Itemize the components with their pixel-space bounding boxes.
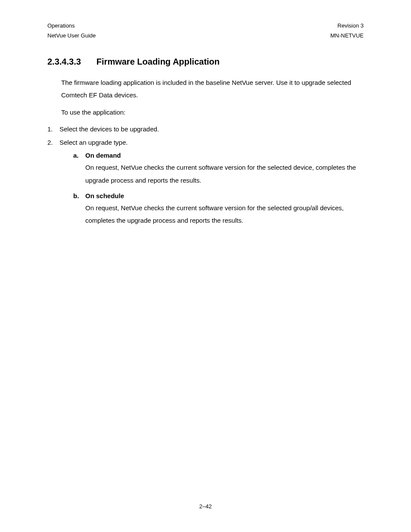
- list-text: Select an upgrade type.: [59, 136, 128, 149]
- intro-paragraph: The firmware loading application is incl…: [61, 76, 364, 102]
- steps-list: 1. Select the devices to be upgraded. 2.…: [47, 123, 364, 149]
- sub-marker: a.: [73, 149, 85, 161]
- instruction-line: To use the application:: [61, 106, 364, 118]
- page-header: Operations Revision 3 NetVue User Guide …: [47, 22, 364, 40]
- section-heading: 2.3.4.3.3 Firmware Loading Application: [47, 57, 364, 67]
- list-marker: 2.: [47, 136, 59, 149]
- sub-body: On request, NetVue checks the current so…: [85, 161, 364, 187]
- sub-marker: b.: [73, 190, 85, 202]
- section-number: 2.3.4.3.3: [47, 57, 81, 67]
- header-left-line-1: Operations: [47, 22, 75, 30]
- sub-body: On request, NetVue checks the current so…: [85, 202, 364, 227]
- sub-title: On schedule: [85, 190, 124, 202]
- list-item: 2. Select an upgrade type.: [47, 136, 364, 149]
- sub-list: a. On demand On request, NetVue checks t…: [73, 149, 364, 227]
- page-number: 2–42: [0, 503, 411, 510]
- header-right-line-1: Revision 3: [337, 22, 364, 30]
- list-item: 1. Select the devices to be upgraded.: [47, 123, 364, 135]
- header-left-line-2: NetVue User Guide: [47, 31, 96, 40]
- list-text: Select the devices to be upgraded.: [59, 123, 159, 135]
- sub-title: On demand: [85, 149, 121, 161]
- sub-item: b. On schedule On request, NetVue checks…: [73, 190, 364, 227]
- header-right-line-2: MN-NETVUE: [330, 31, 364, 40]
- list-marker: 1.: [47, 123, 59, 135]
- sub-item: a. On demand On request, NetVue checks t…: [73, 149, 364, 187]
- section-title: Firmware Loading Application: [97, 57, 220, 67]
